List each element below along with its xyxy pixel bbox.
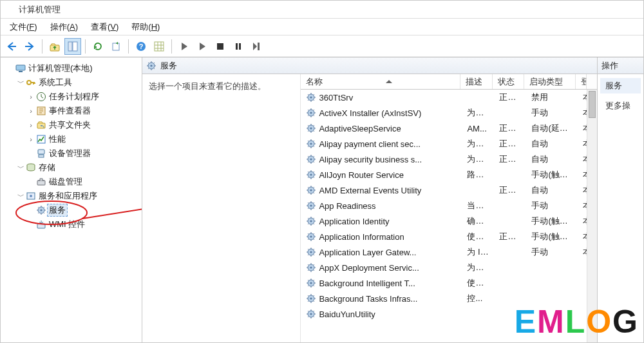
service-row[interactable]: AMD External Events Utility正在...自动本	[301, 182, 596, 198]
tree-node-wmi-control[interactable]: ›WMI 控件	[25, 217, 139, 231]
center-header: 服务	[142, 57, 596, 74]
show-tree-button[interactable]	[64, 38, 81, 55]
service-row[interactable]: Alipay security business s...为支...正在...自…	[301, 152, 596, 167]
column-header-desc[interactable]: 描述	[460, 74, 493, 89]
service-row[interactable]: Background Intelligent T...使用...	[301, 275, 596, 291]
help-button[interactable]	[133, 38, 149, 55]
service-row[interactable]: 360TtSrv正在...禁用本	[301, 90, 596, 105]
export-button[interactable]	[108, 38, 124, 55]
list-header: 名称 描述 状态 启动类型 登	[301, 74, 596, 90]
service-row[interactable]: Application Layer Gatew...为 In...手动本	[301, 244, 596, 260]
actions-panel: 操作 服务 更多操	[598, 57, 643, 342]
actions-header: 操作	[598, 57, 643, 74]
toolbar-separator	[42, 39, 43, 54]
scrollbar-thumb[interactable]	[589, 91, 596, 118]
tree-node-task-scheduler[interactable]: ›任务计划程序	[25, 90, 139, 104]
column-header-name[interactable]: 名称	[301, 74, 460, 89]
tree-node-storage[interactable]: ﹀ 存储	[15, 161, 139, 175]
pause-service-button[interactable]	[230, 38, 247, 55]
disk-icon	[35, 177, 47, 187]
shared-folder-icon	[35, 120, 47, 130]
gear-icon	[146, 61, 156, 71]
menu-help[interactable]: 帮助(H)	[125, 20, 166, 34]
services-apps-icon	[25, 191, 37, 201]
tree-node-event-viewer[interactable]: ›事件查看器	[25, 104, 139, 118]
navigation-tree: ▾ 计算机管理(本地) ﹀ 系统工具	[3, 61, 139, 231]
column-header-status[interactable]: 状态	[493, 74, 525, 89]
tree-node-root[interactable]: ▾ 计算机管理(本地)	[5, 61, 139, 75]
sort-asc-icon	[386, 80, 392, 83]
event-icon	[35, 106, 47, 116]
description-prompt: 选择一个项目来查看它的描述。	[149, 81, 266, 91]
up-folder-button[interactable]	[46, 38, 63, 55]
service-row[interactable]: AppX Deployment Servic...为部...	[301, 260, 596, 275]
window-title: 计算机管理	[19, 4, 61, 15]
header-scroll-spacer	[587, 74, 597, 89]
action-more[interactable]: 更多操	[600, 97, 641, 114]
forward-button[interactable]	[21, 38, 38, 55]
key-icon	[25, 77, 37, 88]
column-header-start[interactable]: 启动类型	[524, 74, 575, 89]
computer-management-window: 计算机管理 文件(F) 操作(A) 查看(V) 帮助(H)	[0, 0, 644, 343]
restart-service-button[interactable]	[248, 38, 265, 55]
column-header-logon[interactable]: 登	[576, 74, 587, 89]
toolbar	[1, 35, 643, 57]
actions-body: 服务 更多操	[598, 74, 643, 118]
tree-node-device-manager[interactable]: ›设备管理器	[25, 146, 139, 161]
service-row[interactable]: AllJoyn Router Service路由...手动(触发...本	[301, 167, 596, 182]
back-button[interactable]	[3, 38, 20, 55]
tree-node-system-tools[interactable]: ﹀ 系统工具	[15, 75, 139, 90]
gear-icon	[35, 205, 47, 215]
menubar: 文件(F) 操作(A) 查看(V) 帮助(H)	[1, 19, 643, 35]
center-body: 选择一个项目来查看它的描述。 名称 描述 状态 启动类型 登 360TtSrv正…	[142, 74, 596, 342]
service-row[interactable]: BaiduYunUtility	[301, 306, 596, 322]
description-column: 选择一个项目来查看它的描述。	[142, 74, 301, 342]
menu-file[interactable]: 文件(F)	[3, 20, 44, 34]
navigation-tree-panel: ▾ 计算机管理(本地) ﹀ 系统工具	[1, 57, 142, 342]
performance-icon	[35, 134, 47, 144]
wmi-icon	[35, 219, 47, 230]
service-row[interactable]: Application Information使用...正在...手动(触发..…	[301, 229, 596, 244]
services-list: 名称 描述 状态 启动类型 登 360TtSrv正在...禁用本ActiveX …	[301, 74, 596, 342]
menu-view[interactable]: 查看(V)	[84, 20, 125, 34]
clock-icon	[35, 92, 47, 102]
tree-node-performance[interactable]: ›性能	[25, 132, 139, 146]
vertical-scrollbar[interactable]	[587, 90, 597, 342]
service-row[interactable]: Alipay payment client sec...为支...正在...自动…	[301, 136, 596, 152]
stop-service-button[interactable]	[212, 38, 229, 55]
service-row[interactable]: App Readiness当用...手动本	[301, 198, 596, 213]
service-row[interactable]: Application Identity确定...手动(触发...本	[301, 213, 596, 229]
main: ▾ 计算机管理(本地) ﹀ 系统工具	[1, 57, 643, 342]
tree-node-disk-management[interactable]: ›磁盘管理	[25, 175, 139, 189]
menu-action[interactable]: 操作(A)	[44, 20, 84, 34]
toolbar-separator	[128, 39, 129, 54]
center-title: 服务	[160, 60, 177, 72]
service-row[interactable]: Background Tasks Infras...控...	[301, 291, 596, 306]
device-icon	[35, 148, 47, 159]
service-row[interactable]: AdaptiveSleepServiceAM...正在...自动(延迟...本	[301, 121, 596, 136]
storage-icon	[25, 162, 37, 173]
toolbar-separator	[85, 39, 86, 54]
toolbar-separator	[171, 39, 172, 54]
center-panel: 服务 选择一个项目来查看它的描述。 名称 描述 状态 启动类型 登	[142, 57, 597, 342]
tree-node-services[interactable]: ›服务	[25, 203, 139, 217]
service-row[interactable]: ActiveX Installer (AxInstSV)为从...手动本	[301, 105, 596, 121]
start-service-button[interactable]	[176, 38, 193, 55]
tree-node-shared-folders[interactable]: ›共享文件夹	[25, 118, 139, 132]
refresh-button[interactable]	[90, 38, 106, 55]
titlebar: 计算机管理	[1, 1, 643, 19]
computer-icon	[15, 63, 26, 74]
list-rows: 360TtSrv正在...禁用本ActiveX Installer (AxIns…	[301, 90, 596, 342]
start-service-button-2[interactable]	[194, 38, 211, 55]
tree-node-services-apps[interactable]: ﹀ 服务和应用程序	[15, 189, 139, 203]
grid-button[interactable]	[151, 38, 167, 55]
actions-group-title: 服务	[600, 78, 641, 93]
app-icon	[5, 5, 15, 15]
